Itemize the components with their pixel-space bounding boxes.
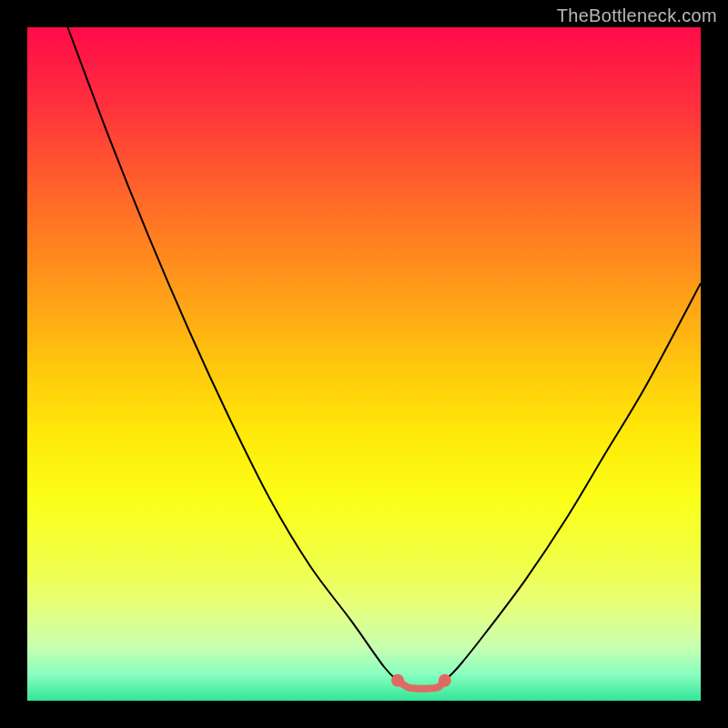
valley-markers-group bbox=[391, 674, 451, 687]
plot-area bbox=[27, 27, 701, 701]
valley-marker-dot bbox=[391, 674, 404, 687]
valley-marker-dot bbox=[439, 674, 451, 687]
curve-layer bbox=[27, 27, 701, 701]
valley-marker-link bbox=[398, 681, 445, 689]
figure: TheBottleneck.com bbox=[0, 0, 728, 728]
bottleneck-curve-left bbox=[67, 27, 398, 681]
watermark-text: TheBottleneck.com bbox=[557, 5, 717, 26]
bottleneck-curve-right bbox=[445, 283, 701, 681]
